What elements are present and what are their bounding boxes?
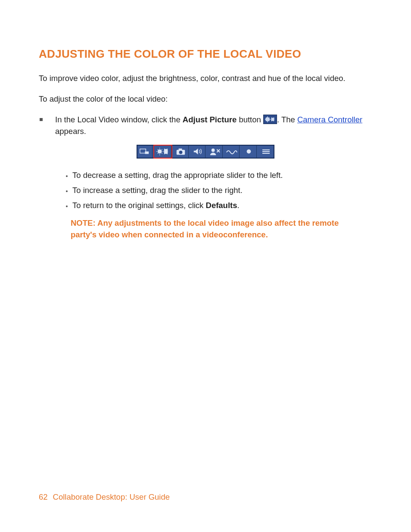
step-item: In the Local Video window, click the Adj… [39, 114, 372, 137]
note-text: Any adjustments to the local video image… [71, 218, 339, 239]
page-number: 62 [39, 492, 48, 501]
svg-rect-2 [145, 152, 149, 154]
note-label: NOTE: [71, 218, 96, 227]
svg-rect-11 [262, 153, 270, 154]
pip-icon [137, 146, 153, 158]
brightness-icon [154, 146, 171, 158]
sub-item-decrease: To decrease a setting, drag the appropri… [72, 168, 372, 183]
sub3-pre: To return to the original settings, clic… [72, 201, 206, 210]
step-text-pre: In the Local Video window, click the [55, 115, 183, 124]
note-block: NOTE: Any adjustments to the local video… [71, 218, 355, 241]
intro-paragraph-2: To adjust the color of the local video: [39, 93, 372, 105]
step-text-post-icon: . The [277, 115, 297, 124]
footer-title: Collaborate Desktop: User Guide [53, 492, 170, 501]
toolbar-image [39, 145, 372, 159]
svg-rect-9 [262, 149, 270, 150]
svg-point-7 [211, 149, 215, 152]
camera-icon [174, 146, 189, 158]
record-icon [242, 146, 257, 158]
step-text-tail: appears. [55, 127, 86, 136]
intro-paragraph-1: To improve video color, adjust the brigh… [39, 73, 372, 84]
wave-icon [224, 146, 240, 158]
sub-item-increase: To increase a setting, drag the slider t… [72, 183, 372, 198]
camera-controller-link[interactable]: Camera Controller [297, 115, 362, 124]
speaker-icon [190, 146, 206, 158]
sub3-post: . [237, 201, 240, 210]
svg-rect-5 [178, 149, 182, 150]
section-heading: ADJUSTING THE COLOR OF THE LOCAL VIDEO [39, 47, 372, 61]
user-mute-icon [208, 146, 223, 158]
svg-rect-1 [140, 149, 146, 153]
svg-point-3 [158, 149, 162, 154]
svg-point-8 [246, 149, 251, 154]
svg-rect-10 [262, 151, 270, 152]
list-icon [258, 146, 274, 158]
page-footer: 62Collaborate Desktop: User Guide [39, 492, 170, 502]
svg-point-6 [179, 151, 182, 154]
adjust-picture-icon [263, 115, 277, 124]
adjust-picture-label: Adjust Picture [183, 115, 237, 124]
defaults-label: Defaults [206, 201, 237, 210]
sub-item-defaults: To return to the original settings, clic… [72, 198, 372, 213]
step-text-mid: button [237, 115, 263, 124]
